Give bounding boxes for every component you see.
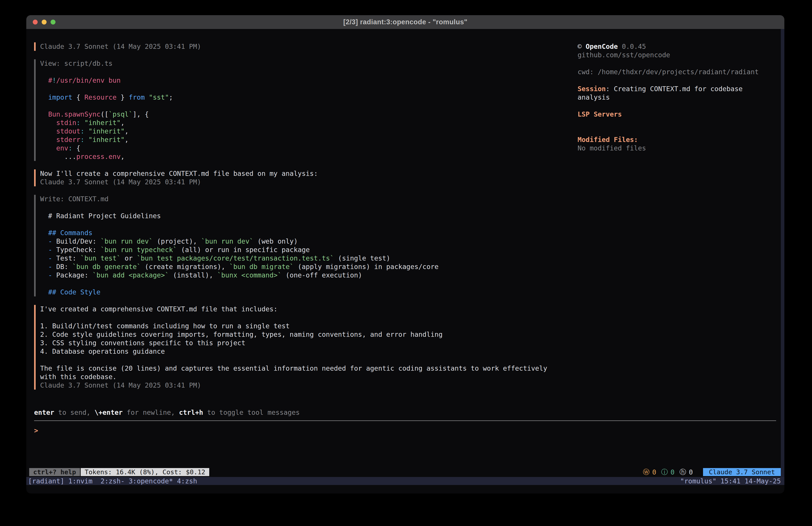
terminal: Claude 3.7 Sonnet (14 May 2025 03:41 PM)… [26,29,781,477]
terminal-line: Claude 3.7 Sonnet (14 May 2025 03:41 PM) [40,381,776,389]
titlebar[interactable]: [2/3] radiant:3:opencode - "romulus" [26,15,784,29]
sidebar-line: Session: Creating CONTEXT.md for codebas… [578,85,778,93]
prompt-caret: > [34,427,38,435]
terminal-line: with this codebase. [40,373,776,381]
terminal-line: - DB: `bun db generate` (create migratio… [40,262,776,271]
traffic-lights [33,15,56,29]
close-button[interactable] [33,19,38,25]
sidebar-line: cwd: /home/thdxr/dev/projects/radiant/ra… [578,68,778,76]
terminal-line [40,203,776,212]
terminal-line: 2. Code style guidelines covering import… [40,330,776,339]
sidebar-line: github.com/sst/opencode [578,51,778,59]
window-title: [2/3] radiant:3:opencode - "romulus" [343,18,467,26]
hint-counter: ⓗ0 [679,468,693,477]
warning-counter: ⓦ0 [643,468,656,477]
app-window: [2/3] radiant:3:opencode - "romulus" Cla… [26,15,784,494]
session-sidebar: © OpenCode 0.0.45github.com/sst/opencode… [578,42,778,153]
diagnostic-counters: ⓦ0ⓘ0ⓗ0 [643,468,693,477]
sidebar-line [578,118,778,127]
message-block-tool-write: Write: CONTEXT.md # Radiant Project Guid… [34,195,776,296]
terminal-line [40,220,776,229]
warning-counter-icon: ⓦ [643,468,650,477]
sidebar-line [578,76,778,85]
status-bar: ctrl+? help Tokens: 16.4K (8%), Cost: $0… [26,468,781,476]
info-counter: ⓘ0 [661,468,675,477]
info-counter-icon: ⓘ [661,468,668,477]
terminal-line [40,280,776,288]
terminal-line: I've created a comprehensive CONTEXT.md … [40,305,776,313]
status-right: ⓦ0ⓘ0ⓗ0 Claude 3.7 Sonnet [643,468,781,477]
maximize-button[interactable] [50,19,56,25]
status-left: ctrl+? help Tokens: 16.4K (8%), Cost: $0… [26,468,209,476]
terminal-frame-right [781,29,784,477]
message-block-assistant-response: I've created a comprehensive CONTEXT.md … [34,305,776,389]
tokens-cost-chip: Tokens: 16.4K (8%), Cost: $0.12 [81,468,209,476]
terminal-line: Claude 3.7 Sonnet (14 May 2025 03:41 PM) [40,178,776,186]
help-shortcut-chip: ctrl+? help [29,468,80,476]
terminal-line: ...process.env, [40,153,776,161]
terminal-line: - Build/Dev: `bun run dev` (project), `b… [40,237,776,246]
terminal-line: Write: CONTEXT.md [40,195,776,203]
desktop: { "window": { "title": "[2/3] radiant:3:… [0,0,812,526]
hint-counter-value: 0 [689,468,693,476]
terminal-line [40,356,776,364]
tmux-window-list[interactable]: [radiant] 1:nvim 2:zsh- 3:opencode* 4:zs… [26,477,197,485]
sidebar-line: analysis [578,93,778,102]
hint-counter-icon: ⓗ [679,468,686,477]
terminal-line: 3. CSS styling conventions specific to t… [40,339,776,347]
minimize-button[interactable] [42,19,47,25]
info-counter-value: 0 [670,468,675,476]
terminal-line: # Radiant Project Guidelines [40,212,776,220]
model-chip: Claude 3.7 Sonnet [703,468,781,476]
prompt-line[interactable]: > [34,426,776,435]
sidebar-line: LSP Servers [578,110,778,118]
terminal-line [40,313,776,322]
warning-counter-value: 0 [652,468,656,476]
terminal-line: Now I'll create a comprehensive CONTEXT.… [40,169,776,178]
terminal-line: The file is concise (20 lines) and captu… [40,364,776,373]
sidebar-line [578,102,778,110]
sidebar-line: © OpenCode 0.0.45 [578,42,778,51]
message-block-assistant-text: Now I'll create a comprehensive CONTEXT.… [34,169,776,186]
terminal-line: - TypeCheck: `bun run typecheck` (all) o… [40,246,776,254]
tmux-session-info: "romulus" 15:41 14-May-25 [680,477,784,485]
input-hint: enter to send, \+enter for newline, ctrl… [34,408,776,417]
terminal-line: - Test: `bun test` or `bun test packages… [40,254,776,262]
block-spacer [34,296,776,305]
input-separator [34,420,776,421]
block-spacer [34,161,776,169]
sidebar-line: Modified Files: [578,136,778,144]
spacer [34,389,776,408]
sidebar-line [578,59,778,68]
terminal-line: ## Commands [40,229,776,237]
block-spacer [34,186,776,195]
terminal-line: 1. Build/lint/test commands including ho… [40,322,776,330]
terminal-line: - Package: `bun add <package>` (install)… [40,271,776,280]
sidebar-line [578,127,778,136]
terminal-line: 4. Database operations guidance [40,347,776,356]
tmux-status-bar: [radiant] 1:nvim 2:zsh- 3:opencode* 4:zs… [26,477,784,485]
terminal-line: ## Code Style [40,288,776,296]
sidebar-line: No modified files [578,144,778,153]
